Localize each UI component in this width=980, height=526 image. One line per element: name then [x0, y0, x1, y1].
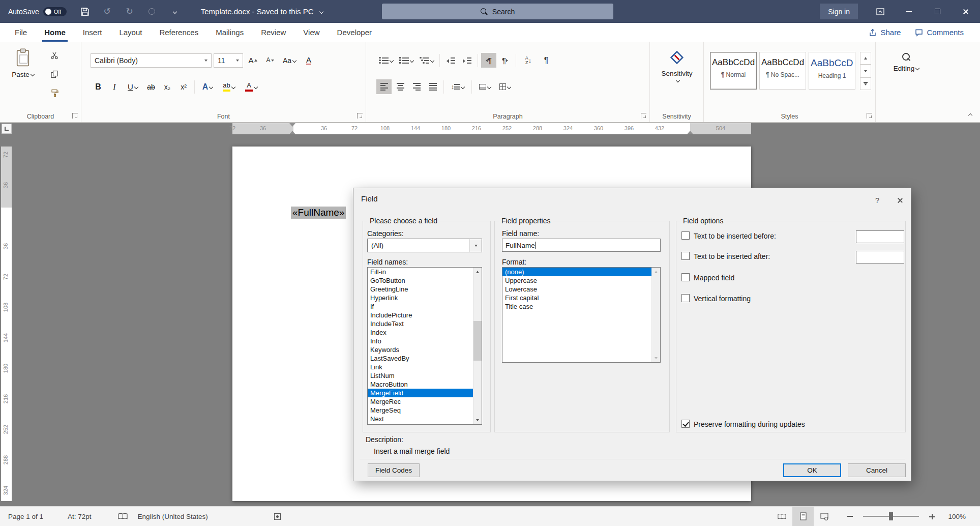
read-mode-button[interactable] [771, 507, 792, 526]
text-after-checkbox[interactable] [681, 252, 690, 260]
field-name-option[interactable]: Fill-in [368, 268, 473, 276]
text-before-checkbox[interactable] [681, 231, 690, 240]
field-name-option[interactable]: IncludeText [368, 319, 473, 328]
gallery-more-button[interactable] [860, 77, 871, 90]
field-name-option[interactable]: MergeSeq [368, 406, 473, 415]
scrollbar-down-button[interactable] [652, 354, 661, 362]
clear-formatting-button[interactable]: A [301, 53, 316, 68]
font-color-button[interactable]: A [241, 79, 262, 94]
zoom-level[interactable]: 100% [943, 513, 971, 520]
first-line-indent-marker[interactable] [289, 123, 295, 127]
show-paragraph-marks-button[interactable]: ¶ [539, 53, 554, 68]
decrease-indent-button[interactable] [443, 53, 458, 68]
macro-record-button[interactable] [269, 513, 286, 520]
spellcheck-button[interactable] [113, 513, 133, 520]
format-option[interactable]: Uppercase [502, 276, 651, 285]
page-indicator[interactable]: Page 1 of 1 [0, 513, 48, 520]
cancel-button[interactable]: Cancel [848, 463, 906, 477]
borders-button[interactable] [495, 79, 515, 94]
sensitivity-button[interactable]: Sensitivity [655, 49, 699, 105]
ribbon-tab[interactable]: Layout [110, 23, 151, 42]
bullets-button[interactable] [376, 53, 396, 68]
field-name-option[interactable]: MacroButton [368, 380, 473, 389]
format-option[interactable]: Lowercase [502, 285, 651, 294]
field-name-option[interactable]: Hyperlink [368, 294, 473, 302]
ribbon-tab[interactable]: File [6, 23, 36, 42]
zoom-out-button[interactable] [842, 516, 858, 517]
tab-stop-selector[interactable] [2, 124, 12, 134]
field-name-option[interactable]: LastSavedBy [368, 354, 473, 363]
text-after-input[interactable] [856, 251, 904, 264]
shading-button[interactable] [475, 79, 494, 94]
field-names-listbox[interactable]: Fill-inGoToButtonGreetingLineHyperlinkIf… [367, 267, 482, 425]
editing-button[interactable]: Editing [886, 53, 927, 97]
line-spacing-button[interactable]: ↕ [447, 79, 468, 94]
copy-button[interactable] [47, 67, 62, 81]
shrink-font-button[interactable]: A [262, 53, 278, 68]
zoom-in-button[interactable] [924, 514, 940, 519]
italic-button[interactable]: I [107, 79, 122, 94]
align-center-button[interactable] [393, 79, 408, 94]
format-scrollbar[interactable] [651, 268, 660, 362]
format-listbox[interactable]: (none)UppercaseLowercaseFirst capitalTit… [502, 267, 661, 363]
rtl-text-direction-button[interactable]: ¶ [497, 53, 513, 68]
bold-button[interactable]: B [91, 79, 106, 94]
cut-button[interactable] [47, 48, 62, 63]
dialog-close-button[interactable] [888, 191, 911, 209]
field-name-option[interactable]: Next [368, 415, 473, 423]
scrollbar-up-button[interactable] [473, 268, 482, 276]
paste-button[interactable]: Paste [8, 48, 38, 105]
style-card[interactable]: AaBbCcDd ¶ No Spac... [759, 52, 806, 90]
field-names-scrollbar[interactable] [473, 268, 482, 424]
minimize-button[interactable] [895, 0, 923, 23]
field-codes-button[interactable]: Field Codes [368, 463, 420, 477]
scrollbar-down-button[interactable] [473, 416, 482, 424]
field-name-option[interactable]: MergeField [368, 389, 473, 397]
sign-in-button[interactable]: Sign in [820, 4, 858, 19]
subscript-button[interactable]: x₂ [160, 79, 175, 94]
field-name-option[interactable]: GoToButton [368, 276, 473, 285]
ribbon-display-options-button[interactable] [866, 0, 895, 23]
customize-quick-access-button[interactable] [163, 0, 186, 23]
ribbon-tab[interactable]: Mailings [207, 23, 252, 42]
align-left-button[interactable] [376, 79, 392, 94]
gallery-up-button[interactable] [860, 52, 871, 65]
change-case-button[interactable]: Aa [280, 53, 299, 68]
undo-button[interactable]: ↺ [96, 0, 118, 23]
field-name-option[interactable]: ListNum [368, 371, 473, 380]
ribbon-tab[interactable]: Home [36, 23, 74, 42]
ribbon-tab[interactable]: Insert [74, 23, 111, 42]
ribbon-tab[interactable]: View [294, 23, 328, 42]
dialog-help-button[interactable]: ? [866, 191, 888, 209]
autosave-pill[interactable]: Off [43, 7, 67, 16]
field-name-option[interactable]: Index [368, 328, 473, 337]
justify-button[interactable] [425, 79, 440, 94]
sort-button[interactable]: AZ↓ [519, 53, 538, 68]
position-indicator[interactable]: At: 72pt [63, 513, 97, 520]
close-window-button[interactable] [952, 0, 980, 23]
merge-field-text[interactable]: «FullName» [291, 207, 346, 219]
superscript-button[interactable]: x² [176, 79, 191, 94]
preserve-formatting-checkbox[interactable] [681, 420, 690, 428]
ribbon-tab[interactable]: Review [252, 23, 294, 42]
zoom-slider-thumb[interactable] [889, 512, 893, 520]
text-effects-button[interactable]: A [198, 79, 217, 94]
field-name-option[interactable]: Link [368, 363, 473, 371]
format-option[interactable]: (none) [502, 268, 651, 276]
ribbon-tab[interactable]: Developer [329, 23, 380, 42]
align-right-button[interactable] [409, 79, 424, 94]
dialog-title-bar[interactable]: Field ? [353, 188, 911, 209]
scrollbar-up-button[interactable] [652, 268, 661, 276]
share-button[interactable]: Share [864, 26, 906, 39]
field-name-option[interactable]: MergeRec [368, 397, 473, 406]
font-name-combobox[interactable]: Calibri (Body) [91, 53, 212, 68]
field-name-option[interactable]: IncludePicture [368, 311, 473, 319]
field-name-option[interactable]: Info [368, 337, 473, 345]
dropdown-arrow-button[interactable] [469, 239, 482, 252]
field-name-option[interactable]: GreetingLine [368, 285, 473, 294]
gallery-down-button[interactable] [860, 65, 871, 77]
comments-button[interactable]: Comments [910, 26, 969, 39]
strikethrough-button[interactable]: ab [143, 79, 159, 94]
dialog-launcher-icon[interactable] [641, 113, 646, 119]
vertical-formatting-checkbox[interactable] [681, 294, 690, 302]
